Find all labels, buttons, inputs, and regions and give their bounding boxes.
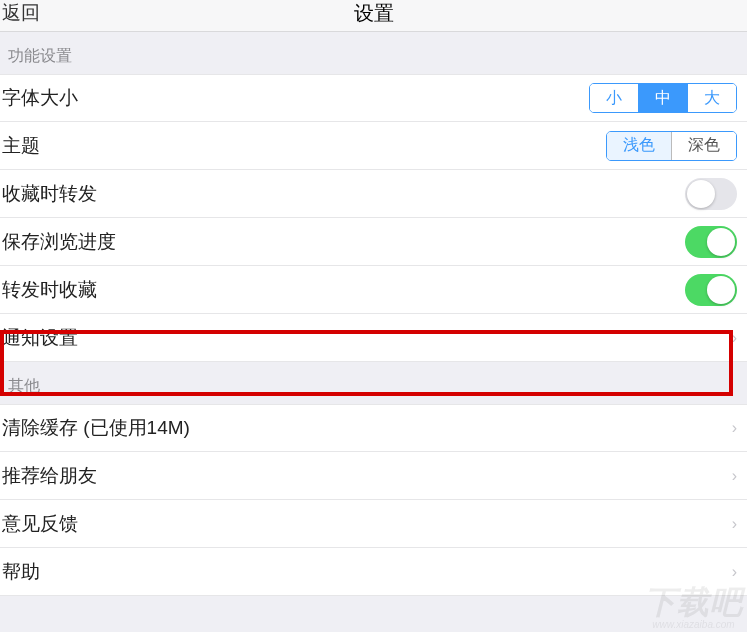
forward-on-fav-toggle[interactable]: [685, 178, 737, 210]
row-forward-on-fav: 收藏时转发: [0, 170, 747, 218]
notification-settings-label: 通知设置: [2, 325, 726, 351]
theme-dark[interactable]: 深色: [671, 132, 736, 160]
font-size-medium[interactable]: 中: [638, 84, 687, 112]
row-notification-settings[interactable]: 通知设置 ›: [0, 314, 747, 362]
back-button[interactable]: 返回: [2, 0, 40, 26]
save-progress-label: 保存浏览进度: [2, 229, 685, 255]
row-feedback[interactable]: 意见反馈 ›: [0, 500, 747, 548]
nav-bar: 返回 设置: [0, 0, 747, 32]
feedback-label: 意见反馈: [2, 511, 726, 537]
recommend-label: 推荐给朋友: [2, 463, 726, 489]
page-title: 设置: [354, 0, 394, 27]
section-header-other: 其他: [0, 362, 747, 404]
font-size-label: 字体大小: [2, 85, 589, 111]
theme-segmented[interactable]: 浅色 深色: [606, 131, 737, 161]
row-font-size: 字体大小 小 中 大: [0, 74, 747, 122]
chevron-right-icon: ›: [726, 329, 737, 347]
font-size-segmented[interactable]: 小 中 大: [589, 83, 737, 113]
chevron-right-icon: ›: [726, 419, 737, 437]
theme-label: 主题: [2, 133, 606, 159]
row-fav-on-forward: 转发时收藏: [0, 266, 747, 314]
save-progress-toggle[interactable]: [685, 226, 737, 258]
row-save-progress: 保存浏览进度: [0, 218, 747, 266]
chevron-right-icon: ›: [726, 515, 737, 533]
help-label: 帮助: [2, 559, 726, 585]
watermark-url: www.xiazaiba.com: [644, 619, 743, 630]
fav-on-forward-label: 转发时收藏: [2, 277, 685, 303]
clear-cache-label: 清除缓存 (已使用14M): [2, 415, 726, 441]
font-size-large[interactable]: 大: [687, 84, 736, 112]
fav-on-forward-toggle[interactable]: [685, 274, 737, 306]
row-clear-cache[interactable]: 清除缓存 (已使用14M) ›: [0, 404, 747, 452]
chevron-right-icon: ›: [726, 563, 737, 581]
row-recommend[interactable]: 推荐给朋友 ›: [0, 452, 747, 500]
row-help[interactable]: 帮助 ›: [0, 548, 747, 596]
font-size-small[interactable]: 小: [590, 84, 638, 112]
row-theme: 主题 浅色 深色: [0, 122, 747, 170]
section-header-functional: 功能设置: [0, 32, 747, 74]
chevron-right-icon: ›: [726, 467, 737, 485]
forward-on-fav-label: 收藏时转发: [2, 181, 685, 207]
theme-light[interactable]: 浅色: [607, 132, 671, 160]
